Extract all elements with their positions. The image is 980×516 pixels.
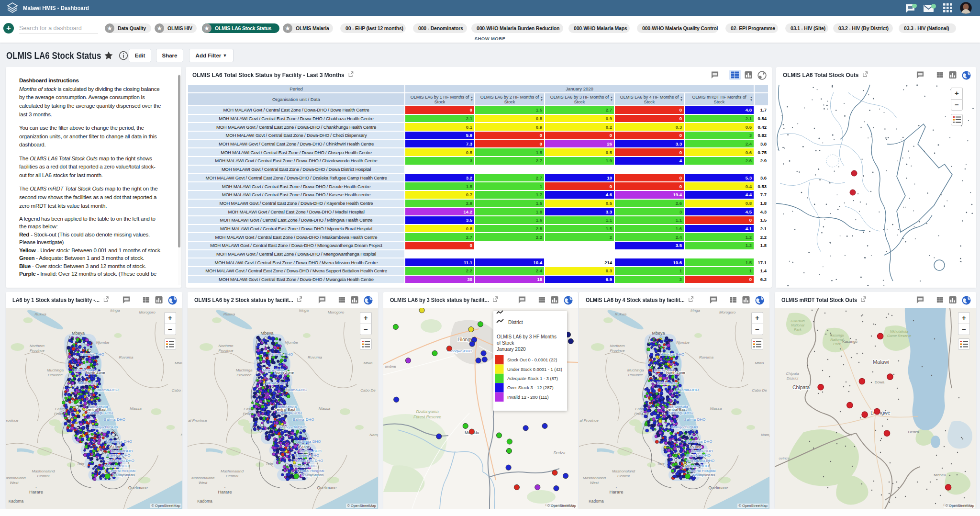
- svg-text:Zambezia: Zambezia: [118, 473, 135, 477]
- svg-text:Central: Central: [617, 474, 630, 478]
- svg-text:Morogoro: Morogoro: [139, 310, 156, 314]
- svg-text:Blantyre-DHO: Blantyre-DHO: [295, 453, 319, 458]
- svg-text:al Province: al Province: [188, 418, 207, 423]
- svg-text:al Province: al Province: [579, 418, 599, 423]
- svg-text:West: West: [199, 481, 208, 485]
- svg-text:Central East: Central East: [85, 407, 107, 412]
- svg-text:Mashonaland: Mashonaland: [32, 469, 55, 473]
- svg-text:Kadoma: Kadoma: [197, 499, 212, 504]
- svg-text:Under Stock 0.0001 - 1 (42): Under Stock 0.0001 - 1 (42): [507, 367, 562, 372]
- svg-text:Chiradzulu-DHO: Chiradzulu-DHO: [295, 459, 323, 463]
- svg-text:District: District: [787, 376, 799, 381]
- svg-text:Cabo De: Cabo De: [752, 388, 767, 393]
- svg-text:a Zone: a Zone: [688, 445, 702, 449]
- svg-text:Park: Park: [833, 342, 841, 346]
- svg-text:Muchinga: Muchinga: [627, 368, 644, 372]
- svg-text:Karonga-DHO: Karonga-DHO: [269, 352, 293, 357]
- svg-text:Mashonaland: Mashonaland: [221, 469, 244, 473]
- svg-text:Machinga-DHO: Machinga-DHO: [106, 439, 132, 444]
- svg-text:Tete: Tete: [77, 461, 85, 466]
- svg-text:of Stock: of Stock: [497, 340, 514, 346]
- svg-text:Province: Province: [236, 373, 252, 377]
- svg-text:Game Reserve: Game Reserve: [887, 334, 911, 338]
- svg-text:Lilongwe: Lilongwe: [870, 410, 891, 415]
- svg-text:Iringa: Iringa: [690, 308, 701, 313]
- svg-text:Northern: Northern: [30, 344, 45, 348]
- svg-text:Machinga-DHO: Machinga-DHO: [686, 439, 712, 444]
- svg-text:Central Hospital: Central Hospital: [108, 469, 135, 473]
- svg-text:Namp: Namp: [761, 433, 769, 437]
- svg-text:Chipata: Chipata: [792, 384, 810, 390]
- svg-text:Central East: Central East: [274, 407, 296, 412]
- svg-text:Mashonaland: Mashonaland: [612, 469, 635, 473]
- svg-text:Zambezia: Zambezia: [306, 473, 324, 477]
- svg-text:Karonga-DHO: Karonga-DHO: [660, 352, 685, 357]
- svg-text:Rukwa: Rukwa: [615, 312, 627, 316]
- svg-text:Namp: Namp: [181, 433, 182, 437]
- svg-text:Rukwa: Rukwa: [34, 312, 46, 316]
- svg-text:Iringa: Iringa: [299, 308, 309, 313]
- svg-text:Park: Park: [794, 327, 802, 332]
- svg-text:Dowa: Dowa: [875, 380, 885, 384]
- svg-text:Mashonaland: Mashonaland: [583, 476, 606, 480]
- svg-text:Karonga-DHO: Karonga-DHO: [80, 352, 104, 357]
- svg-text:Harare: Harare: [29, 489, 43, 494]
- svg-text:Rukwa: Rukwa: [223, 312, 235, 316]
- svg-text:Adequate Stock 1 - 3 (87): Adequate Stock 1 - 3 (87): [507, 376, 558, 381]
- svg-text:Quelimane: Quelimane: [128, 485, 148, 490]
- svg-text:Nkhata-Bay: Nkhata-Bay: [657, 381, 678, 385]
- svg-text:Harare: Harare: [609, 489, 623, 494]
- svg-text:Province: Province: [628, 373, 643, 377]
- svg-text:Njombe: Njombe: [676, 340, 690, 345]
- svg-text:Mtwa: Mtwa: [755, 361, 764, 365]
- svg-text:a Zone: a Zone: [297, 445, 310, 449]
- svg-text:Cabo De: Cabo De: [172, 388, 182, 393]
- svg-text:Likoma-DHO: Likoma-DHO: [96, 388, 118, 392]
- svg-text:Nkhata-Bay: Nkhata-Bay: [266, 381, 286, 385]
- svg-text:Mbeya: Mbeya: [652, 331, 665, 336]
- svg-text:Niassa: Niassa: [710, 406, 722, 411]
- svg-text:Mtwa: Mtwa: [175, 361, 182, 365]
- svg-text:Chiradzulu-DHO: Chiradzulu-DHO: [687, 459, 715, 463]
- svg-text:Province: Province: [48, 373, 63, 377]
- svg-text:Cabo De: Cabo De: [360, 388, 376, 393]
- svg-text:National: National: [830, 337, 844, 342]
- svg-text:Morogoro: Morogoro: [719, 310, 736, 314]
- svg-text:Namp: Namp: [369, 433, 378, 437]
- svg-text:al Province: al Province: [6, 418, 19, 423]
- svg-text:Harare: Harare: [218, 489, 232, 494]
- svg-text:Chiradzulu-DHO: Chiradzulu-DHO: [106, 459, 134, 463]
- svg-text:Over Stock 3 - 12 (287): Over Stock 3 - 12 (287): [507, 385, 554, 390]
- svg-text:North Zone: North Zone: [86, 370, 105, 375]
- svg-text:Mangochi-DHO: Mangochi-DHO: [671, 425, 698, 429]
- svg-text:Central: Central: [37, 474, 50, 478]
- svg-text:Dedza: Dedza: [908, 430, 919, 434]
- svg-text:North Zone: North Zone: [666, 370, 686, 375]
- svg-text:Central East: Central East: [666, 407, 687, 412]
- svg-text:Zomba-DHO: Zomba-DHO: [300, 449, 321, 453]
- svg-text:Mbeya: Mbeya: [260, 331, 273, 336]
- svg-text:Zomba-DHO: Zomba-DHO: [111, 449, 133, 453]
- svg-text:Province: Province: [634, 412, 649, 416]
- svg-text:undwe: undwe: [385, 364, 396, 369]
- svg-text:ovince: ovince: [779, 456, 790, 460]
- svg-text:Salima-DHO: Salima-DHO: [104, 417, 125, 422]
- svg-text:District: District: [508, 320, 523, 325]
- svg-text:Northern: Northern: [218, 344, 234, 348]
- svg-text:Kadoma: Kadoma: [9, 499, 24, 504]
- svg-text:Zomba-DHO: Zomba-DHO: [691, 449, 713, 453]
- svg-text:Zambezia: Zambezia: [698, 473, 715, 477]
- svg-text:Ntcheu: Ntcheu: [934, 473, 946, 477]
- svg-text:Dzalanyama: Dzalanyama: [416, 409, 439, 414]
- svg-text:Quelimane: Quelimane: [317, 485, 336, 490]
- svg-text:Central Hospital: Central Hospital: [689, 469, 716, 473]
- svg-text:Lukusuzi: Lukusuzi: [791, 319, 805, 323]
- svg-text:Mbeya: Mbeya: [72, 331, 85, 336]
- svg-text:Machinga-DHO: Machinga-DHO: [294, 439, 321, 444]
- svg-text:Morogoro: Morogoro: [328, 310, 345, 314]
- svg-text:West: West: [590, 481, 599, 485]
- svg-text:Province: Province: [610, 348, 625, 353]
- svg-text:Nkhata-Bay: Nkhata-Bay: [78, 381, 98, 385]
- svg-text:Northern: Northern: [610, 344, 625, 348]
- svg-text:Malawi: Malawi: [873, 359, 889, 365]
